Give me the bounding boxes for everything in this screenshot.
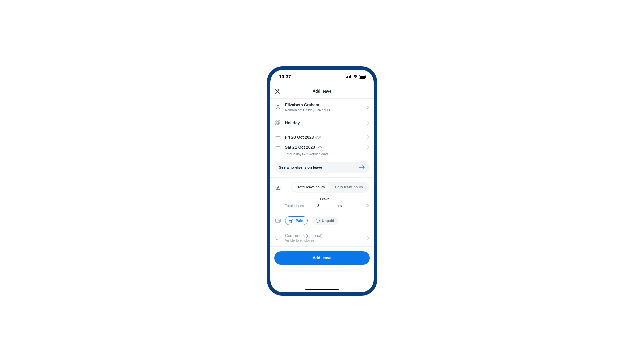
radio-unselected-icon — [316, 219, 320, 223]
calendar-icon — [275, 144, 281, 150]
add-leave-button[interactable]: Add leave — [274, 251, 370, 265]
nav-bar: Add leave — [270, 84, 374, 99]
svg-rect-1 — [347, 76, 348, 78]
radio-selected-icon — [289, 219, 293, 223]
comment-icon — [275, 235, 281, 241]
paid-label: Paid — [296, 219, 303, 223]
paid-option[interactable]: Paid — [285, 216, 308, 225]
svg-rect-11 — [278, 123, 280, 125]
end-date-row[interactable]: Sat 21 Oct 2023 (PM) — [270, 142, 374, 152]
edit-icon — [275, 185, 281, 190]
svg-rect-9 — [278, 121, 280, 122]
leave-type-row[interactable]: Holiday — [270, 116, 374, 130]
chevron-right-icon — [366, 204, 369, 208]
svg-rect-8 — [276, 121, 277, 122]
start-date-meta: (AM) — [315, 136, 323, 139]
total-hours-unit: hrs — [337, 204, 364, 208]
comments-row[interactable]: Comments (optional) Visible to employee — [270, 229, 374, 247]
dates-summary: Total 2 days • 2 working days — [270, 152, 374, 160]
chevron-right-icon — [366, 121, 369, 125]
calendar-icon — [275, 134, 281, 140]
grid-icon — [275, 120, 281, 126]
wifi-icon — [353, 75, 358, 78]
comments-sub: Visible to employee — [285, 239, 362, 242]
see-who-else-label: See who else is on leave — [279, 165, 322, 169]
svg-rect-20 — [276, 185, 280, 189]
svg-rect-0 — [346, 77, 347, 78]
hours-tabs: Total leave hours Daily leave hours — [291, 182, 369, 193]
battery-icon — [359, 75, 366, 79]
cellular-icon — [346, 75, 352, 78]
total-hours-value: 8 — [317, 204, 334, 208]
phone-frame: 10:37 Add leave Elizabeth Graham Remaini… — [267, 66, 377, 296]
footer: Add leave — [270, 247, 374, 271]
svg-point-7 — [277, 105, 279, 107]
person-icon — [275, 105, 281, 110]
leave-column-heading: Leave — [315, 197, 335, 201]
svg-rect-12 — [276, 135, 280, 139]
chevron-right-icon — [366, 236, 369, 240]
status-bar: 10:37 — [270, 70, 374, 84]
close-icon[interactable] — [275, 89, 280, 94]
total-hours-label: Total Hours — [285, 204, 315, 208]
svg-rect-10 — [276, 123, 277, 125]
employee-row[interactable]: Elizabeth Graham Remaining: Holiday 124 … — [270, 99, 374, 116]
svg-rect-23 — [276, 236, 280, 239]
content-scroll[interactable]: Elizabeth Graham Remaining: Holiday 124 … — [270, 99, 374, 292]
page-title: Add leave — [270, 89, 374, 94]
svg-rect-2 — [349, 76, 350, 78]
leave-type-label: Holiday — [285, 121, 362, 125]
see-who-else-banner[interactable]: See who else is on leave — [274, 162, 370, 173]
svg-rect-3 — [350, 75, 351, 78]
unpaid-label: Unpaid — [322, 219, 334, 223]
chevron-right-icon — [366, 135, 369, 139]
chevron-right-icon — [366, 145, 369, 149]
status-icons — [346, 75, 366, 79]
start-date: Fri 20 Oct 2023 — [285, 135, 314, 140]
employee-name: Elizabeth Graham — [285, 103, 362, 107]
total-hours-row[interactable]: Total Hours 8 hrs — [285, 204, 369, 208]
svg-rect-21 — [276, 219, 280, 222]
status-time: 10:37 — [279, 74, 291, 79]
wallet-icon — [275, 218, 281, 223]
end-date-meta: (PM) — [316, 146, 324, 149]
comments-title: Comments (optional) — [285, 233, 362, 238]
phone-screen: 10:37 Add leave Elizabeth Graham Remaini… — [270, 70, 374, 292]
tab-total-hours[interactable]: Total leave hours — [292, 183, 330, 192]
hours-section: Total leave hours Daily leave hours Leav… — [270, 178, 374, 212]
pay-type-row: Paid Unpaid — [270, 212, 374, 229]
chevron-right-icon — [366, 105, 369, 109]
svg-rect-6 — [366, 76, 366, 77]
employee-remaining: Remaining: Holiday 124 hours — [285, 108, 362, 112]
svg-rect-5 — [360, 76, 365, 78]
tab-daily-hours[interactable]: Daily leave hours — [330, 183, 368, 192]
unpaid-option[interactable]: Unpaid — [312, 217, 338, 225]
svg-rect-22 — [279, 220, 280, 221]
arrow-right-icon — [359, 165, 365, 169]
end-date: Sat 21 Oct 2023 — [285, 145, 315, 150]
start-date-row[interactable]: Fri 20 Oct 2023 (AM) — [270, 130, 374, 142]
svg-rect-16 — [276, 145, 280, 149]
home-indicator[interactable] — [305, 289, 339, 290]
